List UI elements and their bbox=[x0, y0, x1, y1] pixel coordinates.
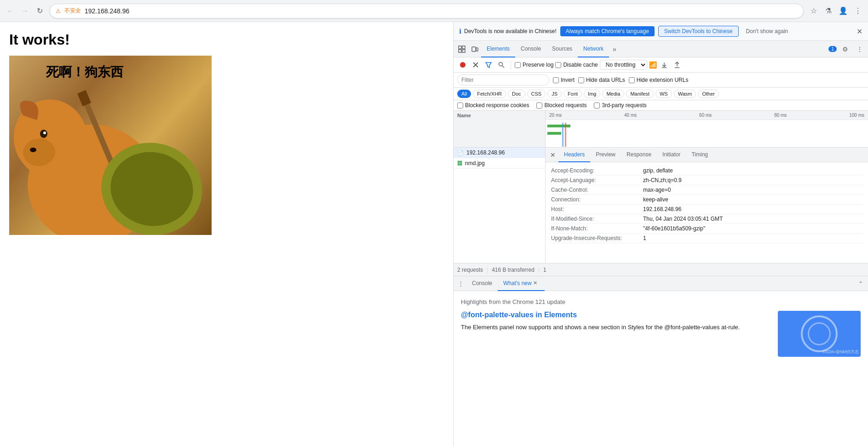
blocked-requests-label: Blocked requests bbox=[544, 102, 586, 109]
svg-rect-3 bbox=[462, 50, 465, 52]
type-pill-ws[interactable]: WS bbox=[655, 90, 672, 98]
tab-console[interactable]: Console bbox=[515, 41, 546, 57]
throttle-select[interactable]: No throttling bbox=[600, 60, 647, 70]
type-pill-manifest[interactable]: Manifest bbox=[626, 90, 654, 98]
dont-show-again-button[interactable]: Don't show again bbox=[742, 26, 792, 36]
record-button[interactable] bbox=[457, 59, 468, 70]
blocked-requests-checkbox[interactable]: Blocked requests bbox=[536, 102, 586, 109]
preserve-log-input[interactable] bbox=[515, 62, 521, 68]
status-requests: 2 requests bbox=[457, 267, 483, 273]
device-mode-icon[interactable] bbox=[468, 43, 481, 56]
third-party-label: 3rd-party requests bbox=[602, 102, 646, 109]
forward-button[interactable]: → bbox=[18, 5, 31, 17]
filter-button[interactable] bbox=[483, 59, 494, 70]
svg-rect-5 bbox=[476, 48, 478, 51]
bottom-tab-whats-new[interactable]: What's new ✕ bbox=[498, 276, 545, 291]
whats-new-close-button[interactable]: ✕ bbox=[532, 280, 539, 287]
details-tab-preview-label: Preview bbox=[596, 151, 615, 158]
switch-to-chinese-button[interactable]: Switch DevTools to Chinese bbox=[658, 26, 739, 37]
devtools-settings-button[interactable]: ⚙ bbox=[839, 43, 851, 56]
type-filter-bar: All Fetch/XHR Doc CSS JS Font Img Media … bbox=[454, 88, 868, 100]
info-icon: ℹ bbox=[459, 28, 461, 35]
blocked-cookies-label: Blocked response cookies bbox=[465, 102, 529, 109]
security-label: 不安全 bbox=[64, 7, 81, 15]
type-pill-js[interactable]: JS bbox=[547, 90, 562, 98]
filter-input[interactable] bbox=[457, 74, 549, 86]
toolbar-sep-1 bbox=[511, 60, 511, 69]
timeline-bar-doc bbox=[547, 125, 570, 127]
export-button[interactable] bbox=[672, 59, 683, 70]
menu-button[interactable]: ⋮ bbox=[851, 5, 864, 17]
detail-row-3: Connection: keep-alive bbox=[549, 195, 864, 205]
devtools-notification: ℹ DevTools is now available in Chinese! … bbox=[454, 22, 868, 41]
invert-checkbox[interactable]: Invert bbox=[553, 77, 575, 83]
svg-rect-1 bbox=[462, 46, 465, 49]
bottom-tab-console-label: Console bbox=[472, 280, 492, 286]
profile-button[interactable]: 👤 bbox=[837, 5, 850, 17]
browser-actions: ☆ ⚗ 👤 ⋮ bbox=[807, 5, 864, 17]
details-tab-timing[interactable]: Timing bbox=[686, 148, 713, 162]
details-tab-preview[interactable]: Preview bbox=[590, 148, 621, 162]
match-language-button[interactable]: Always match Chrome's language bbox=[560, 26, 655, 36]
tab-network[interactable]: Network bbox=[578, 41, 609, 57]
clear-button[interactable] bbox=[470, 59, 481, 70]
details-close-button[interactable]: ✕ bbox=[547, 149, 558, 160]
type-pill-wasm[interactable]: Wasm bbox=[674, 90, 696, 98]
bottom-tab-menu-button[interactable]: ⋮ bbox=[455, 278, 466, 289]
hide-extension-urls-input[interactable] bbox=[629, 77, 635, 83]
blocked-requests-input[interactable] bbox=[536, 103, 542, 109]
detail-key-1: Accept-Language: bbox=[551, 177, 643, 183]
request-item-1[interactable]: 🖼 nmd.jpg bbox=[454, 158, 545, 169]
notification-close-button[interactable]: ✕ bbox=[857, 27, 862, 36]
type-pill-all[interactable]: All bbox=[457, 90, 471, 98]
hide-extension-urls-checkbox[interactable]: Hide extension URLs bbox=[629, 77, 689, 83]
svg-rect-2 bbox=[459, 50, 461, 52]
preserve-log-checkbox[interactable]: Preserve log bbox=[515, 62, 553, 68]
bottom-tab-console[interactable]: Console bbox=[466, 276, 498, 291]
type-pill-doc[interactable]: Doc bbox=[508, 90, 525, 98]
address-bar[interactable]: ⚠ 不安全 192.168.248.96 bbox=[50, 4, 804, 18]
blocked-cookies-checkbox[interactable]: Blocked response cookies bbox=[457, 102, 529, 109]
details-tab-initiator[interactable]: Initiator bbox=[657, 148, 686, 162]
tab-sources[interactable]: Sources bbox=[546, 41, 578, 57]
timeline-bar-blue bbox=[562, 123, 563, 147]
back-button[interactable]: ← bbox=[4, 5, 17, 17]
disable-cache-input[interactable] bbox=[555, 62, 561, 68]
tab-elements[interactable]: Elements bbox=[481, 41, 515, 57]
more-tabs-button[interactable]: » bbox=[609, 41, 620, 57]
details-tab-headers[interactable]: Headers bbox=[558, 148, 590, 162]
third-party-checkbox[interactable]: 3rd-party requests bbox=[594, 102, 646, 109]
hide-data-urls-checkbox[interactable]: Hide data URLs bbox=[578, 77, 625, 83]
disable-cache-checkbox[interactable]: Disable cache bbox=[555, 62, 598, 68]
type-pill-media[interactable]: Media bbox=[602, 90, 624, 98]
invert-input[interactable] bbox=[553, 77, 559, 83]
extension-button[interactable]: ⚗ bbox=[822, 5, 835, 17]
feature-circle-2 bbox=[808, 322, 831, 345]
detail-value-0: gzip, deflate bbox=[643, 167, 862, 174]
svg-line-11 bbox=[502, 66, 505, 68]
detail-row-2: Cache-Control: max-age=0 bbox=[549, 185, 864, 195]
type-pill-fetch-xhr[interactable]: Fetch/XHR bbox=[473, 90, 506, 98]
type-pill-img[interactable]: Img bbox=[584, 90, 600, 98]
devtools-more-button[interactable]: ⋮ bbox=[853, 43, 866, 56]
detail-value-4: 192.168.248.96 bbox=[643, 206, 862, 212]
search-button[interactable] bbox=[496, 59, 507, 70]
request-item-0[interactable]: 📄 192.168.248.96 bbox=[454, 148, 545, 158]
bottom-tab-whats-new-label: What's new bbox=[503, 280, 532, 286]
type-pill-font[interactable]: Font bbox=[563, 90, 582, 98]
reload-button[interactable]: ↻ bbox=[33, 5, 46, 17]
svg-rect-0 bbox=[459, 46, 461, 49]
type-pill-other[interactable]: Other bbox=[698, 90, 719, 98]
tab-elements-label: Elements bbox=[487, 46, 510, 52]
third-party-input[interactable] bbox=[594, 103, 600, 109]
bookmark-button[interactable]: ☆ bbox=[807, 5, 820, 17]
inspect-element-icon[interactable] bbox=[455, 43, 468, 56]
hide-data-urls-input[interactable] bbox=[578, 77, 584, 83]
import-button[interactable] bbox=[659, 59, 670, 70]
details-tab-response[interactable]: Response bbox=[621, 148, 657, 162]
blocked-cookies-input[interactable] bbox=[457, 103, 463, 109]
detail-key-3: Connection: bbox=[551, 196, 643, 203]
bottom-expand-button[interactable]: ⌃ bbox=[855, 278, 866, 289]
request-details: ✕ Headers Preview Response Initiator Tim… bbox=[546, 148, 868, 263]
type-pill-css[interactable]: CSS bbox=[527, 90, 546, 98]
